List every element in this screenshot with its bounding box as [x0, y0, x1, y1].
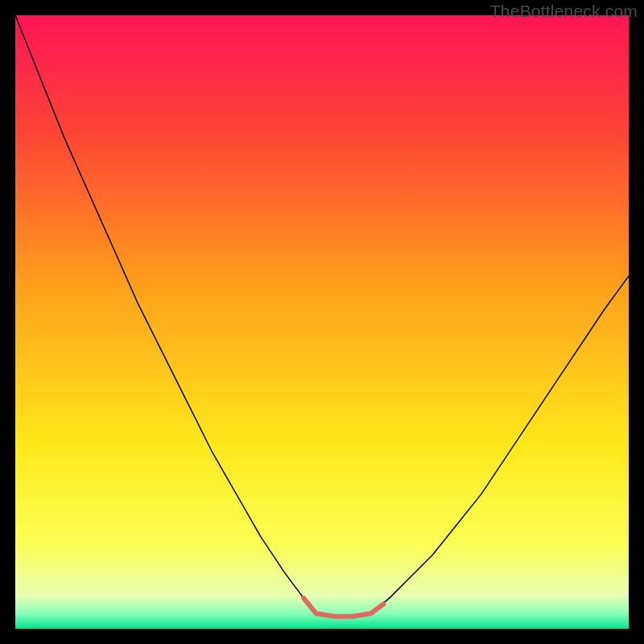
watermark-text: TheBottleneck.com — [490, 2, 638, 21]
bottleneck-chart — [15, 15, 629, 629]
chart-background — [15, 15, 629, 629]
chart-frame: { "watermark": "TheBottleneck.com", "inn… — [0, 0, 644, 644]
